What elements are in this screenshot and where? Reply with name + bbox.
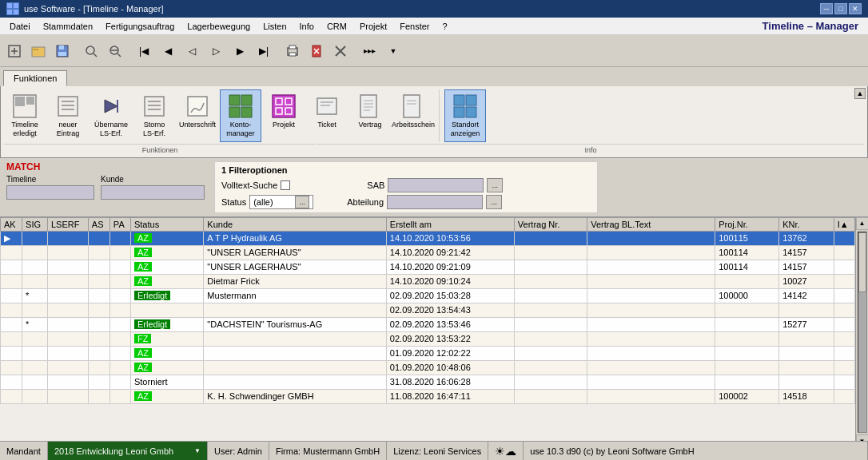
svg-rect-41 [229,107,240,117]
table-cell [22,260,48,274]
col-ak: AK [1,217,22,231]
table-cell [587,245,715,260]
toolbar-search2[interactable] [104,40,126,62]
table-row[interactable]: FZ02.09.2020 13:53:22 [1,331,855,346]
menu-stammdaten[interactable]: Stammdaten [37,20,99,33]
table-cell [88,274,109,288]
abteilung-input[interactable] [387,195,483,209]
table-cell [779,346,834,360]
ribbon-btn-timeline-erledigt[interactable]: Timeline erledigt [4,89,46,142]
svg-rect-8 [32,49,38,50]
table-row[interactable]: *ErledigtMustermann02.09.2020 15:03:2810… [1,288,855,303]
table-cell [514,346,587,360]
table-cell [587,288,715,303]
storno-icon [141,93,167,119]
toolbar-delete[interactable] [305,40,328,62]
menu-projekt[interactable]: Projekt [353,20,393,33]
volltext-suche-checkbox[interactable] [281,180,290,190]
ribbon-btn-ubername[interactable]: Übername LS-Erf. [90,89,132,142]
toolbar-save[interactable] [51,40,74,62]
table-row[interactable]: AZ01.09.2020 12:02:22 [1,346,855,360]
kunde-input[interactable] [101,185,205,200]
table-row[interactable]: AZDietmar Frick14.10.2020 09:10:2410027 [1,274,855,288]
vertrag-icon [357,93,383,119]
scroll-thumb[interactable] [858,232,866,292]
toolbar-nav-prev2[interactable]: ◁ [181,40,203,62]
table-cell: Erledigt [130,288,203,303]
toolbar-more[interactable]: ▸▸▸ [358,40,380,62]
close-button[interactable]: ✕ [849,3,862,14]
table-cell: AZ [130,389,203,403]
table-row[interactable]: AZK. H. Schwendinger GMBH11.08.2020 16:4… [1,389,855,403]
neuer-eintrag-icon [55,93,81,119]
toolbar-print[interactable] [281,40,304,62]
status-combo[interactable]: (alle) ... [249,195,313,209]
menu-listen[interactable]: Listen [257,20,293,33]
toolbar-dropdown[interactable]: ▼ [382,40,404,62]
toolbar-new[interactable] [3,40,26,62]
sab-button[interactable]: ... [487,178,503,192]
toolbar-cancel[interactable] [329,40,352,62]
ribbon-btn-konto-manager[interactable]: Konto- manager [220,89,261,142]
status-firma: Firma: Mustermann GmbH [269,442,387,460]
ribbon-collapse-button[interactable]: ▲ [854,88,866,99]
table-cell: 14142 [779,288,834,303]
abteilung-button[interactable]: ... [486,195,502,209]
table-row[interactable]: *Erledigt"DACHSTEIN" Tourismus-AG02.09.2… [1,317,855,331]
table-cell [834,346,854,360]
table-row[interactable]: 02.09.2020 13:54:43 [1,303,855,317]
sab-input[interactable] [388,178,484,192]
status-combo-btn[interactable]: ... [295,196,309,208]
tab-funktionen[interactable]: Funktionen [3,70,67,86]
menu-info[interactable]: Info [293,20,321,33]
ribbon-btn-unterschrift[interactable]: Unterschrift [177,89,218,142]
toolbar-nav-last[interactable]: ▶| [253,40,275,62]
scroll-track[interactable] [858,232,867,433]
table-row[interactable]: AZ01.09.2020 10:48:06 [1,360,855,375]
table-cell [48,317,89,331]
table-cell [22,389,48,403]
toolbar-open[interactable] [27,40,50,62]
title-bar: use Software - [Timeline - Manager] ─ □ … [0,0,868,18]
toolbar-nav-next[interactable]: ▷ [205,40,227,62]
menu-fertigungsauftrag[interactable]: Fertigungsauftrag [99,20,181,33]
ribbon-btn-storno[interactable]: Storno LS-Erf. [133,89,175,142]
svg-rect-59 [454,95,464,105]
table-row[interactable]: ▶AZA T P Hydraulik AG14.10.2020 10:53:56… [1,231,855,245]
minimize-button[interactable]: ─ [820,3,833,14]
ribbon-btn-ticket[interactable]: Ticket [306,89,348,142]
timeline-input[interactable] [6,185,94,200]
table-row[interactable]: AZ"UNSER LAGERHAUS"14.10.2020 09:21:4210… [1,245,855,260]
menu-fenster[interactable]: Fenster [393,20,436,33]
table-cell [1,360,22,375]
mandant-dropdown-icon[interactable]: ▼ [194,447,201,454]
menu-lagerbewegung[interactable]: Lagerbewegung [181,20,257,33]
menu-datei[interactable]: Datei [3,20,37,33]
table-cell [514,331,587,346]
toolbar-search1[interactable] [80,40,102,62]
ribbon-btn-vertrag[interactable]: Vertrag [349,89,391,142]
ribbon-btn-projekt[interactable]: Projekt [263,89,305,142]
svg-marker-32 [105,100,117,113]
table-cell: 14.10.2020 09:21:09 [386,260,514,274]
table-row[interactable]: AZ"UNSER LAGERHAUS"14.10.2020 09:21:0910… [1,260,855,274]
table-cell [1,389,22,403]
toolbar-nav-prev[interactable]: ◀ [157,40,179,62]
menu-help[interactable]: ? [436,20,454,33]
ribbon-btn-arbeitsschein[interactable]: Arbeitsschein [392,89,434,142]
toolbar-nav-first[interactable]: |◀ [133,40,155,62]
ribbon-btn-ubername-label: Übername LS-Erf. [94,121,128,138]
table-cell [514,245,587,260]
vertical-scrollbar[interactable]: ▲ ▼ [855,217,868,447]
maximize-button[interactable]: □ [834,3,847,14]
status-mandant-combo[interactable]: 2018 Entwicklung Leoni Gmbh ▼ [48,442,208,460]
table-cell [715,360,779,375]
ribbon-btn-neuer-eintrag[interactable]: neuer Eintrag [47,89,89,142]
scroll-up-button[interactable]: ▲ [856,217,869,230]
toolbar-nav-next2[interactable]: ▶ [229,40,251,62]
table-cell [48,303,89,317]
ribbon-btn-standort-anzeigen[interactable]: Standort anzeigen [444,89,486,142]
table-row[interactable]: Storniert31.08.2020 16:06:28 [1,375,855,389]
menu-crm[interactable]: CRM [321,20,353,33]
table-cell: 31.08.2020 16:06:28 [386,375,514,389]
